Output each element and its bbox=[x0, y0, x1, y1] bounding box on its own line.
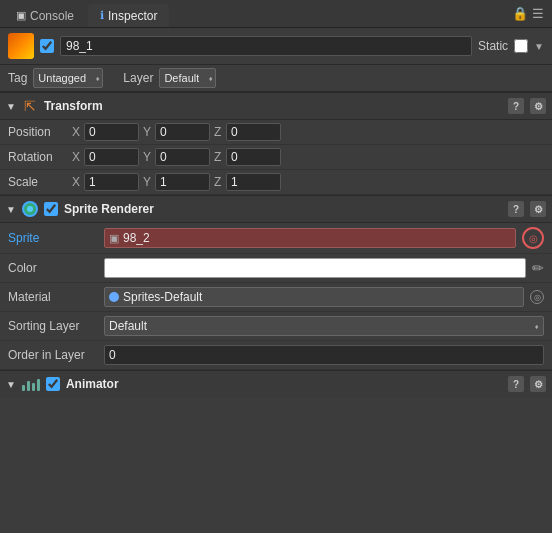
sorting-layer-row: Sorting Layer Default bbox=[0, 312, 552, 341]
transform-toggle-icon: ▼ bbox=[6, 101, 16, 112]
color-row: Color ✏ bbox=[0, 254, 552, 283]
static-dropdown-arrow[interactable]: ▼ bbox=[534, 41, 544, 52]
position-z-input[interactable] bbox=[226, 123, 281, 141]
scale-y-letter: Y bbox=[143, 175, 153, 189]
position-y-field: Y bbox=[143, 123, 210, 141]
transform-section: Position X Y Z Rotation bbox=[0, 120, 552, 195]
transform-help-button[interactable]: ? bbox=[508, 98, 524, 114]
object-name-input[interactable] bbox=[60, 36, 472, 56]
static-checkbox[interactable] bbox=[514, 39, 528, 53]
position-xyz-group: X Y Z bbox=[72, 123, 544, 141]
order-label: Order in Layer bbox=[8, 348, 98, 362]
tag-dropdown-wrapper: Untagged bbox=[33, 68, 103, 88]
animator-gear-button[interactable]: ⚙ bbox=[530, 376, 546, 392]
rotation-label: Rotation bbox=[8, 150, 68, 164]
material-dot-icon bbox=[109, 292, 119, 302]
sprite-preview-icon: ▣ bbox=[109, 232, 119, 245]
animator-icon bbox=[22, 377, 40, 391]
rotation-z-letter: Z bbox=[214, 150, 224, 164]
transform-scale-row: Scale X Y Z bbox=[0, 170, 552, 195]
scale-x-field: X bbox=[72, 173, 139, 191]
tag-label: Tag bbox=[8, 71, 27, 85]
animator-toggle-icon: ▼ bbox=[6, 379, 16, 390]
material-label: Material bbox=[8, 290, 98, 304]
sprite-renderer-gear-button[interactable]: ⚙ bbox=[530, 201, 546, 217]
rotation-y-input[interactable] bbox=[155, 148, 210, 166]
scale-z-field: Z bbox=[214, 173, 281, 191]
transform-gear-button[interactable]: ⚙ bbox=[530, 98, 546, 114]
transform-section-header[interactable]: ▼ ⇱ Transform ? ⚙ bbox=[0, 92, 552, 120]
rotation-z-input[interactable] bbox=[226, 148, 281, 166]
position-y-letter: Y bbox=[143, 125, 153, 139]
scale-xyz-group: X Y Z bbox=[72, 173, 544, 191]
scale-x-letter: X bbox=[72, 175, 82, 189]
svg-point-1 bbox=[27, 206, 33, 212]
sprite-renderer-checkbox[interactable] bbox=[44, 202, 58, 216]
layer-select[interactable]: Default bbox=[159, 68, 216, 88]
transform-rotation-row: Rotation X Y Z bbox=[0, 145, 552, 170]
sprite-renderer-title: Sprite Renderer bbox=[64, 202, 502, 216]
sprite-value-text: 98_2 bbox=[123, 231, 150, 245]
sprite-renderer-section: Sprite ▣ 98_2 ◎ Color ✏ Material Sprites… bbox=[0, 223, 552, 370]
transform-position-row: Position X Y Z bbox=[0, 120, 552, 145]
order-value-input[interactable] bbox=[104, 345, 544, 365]
console-icon: ▣ bbox=[16, 9, 26, 22]
active-checkbox[interactable] bbox=[40, 39, 54, 53]
color-swatch[interactable] bbox=[104, 258, 526, 278]
scale-x-input[interactable] bbox=[84, 173, 139, 191]
tab-inspector[interactable]: ℹ Inspector bbox=[88, 4, 169, 27]
scale-y-input[interactable] bbox=[155, 173, 210, 191]
menu-icon[interactable]: ☰ bbox=[532, 6, 544, 21]
position-y-input[interactable] bbox=[155, 123, 210, 141]
sprite-renderer-toggle-icon: ▼ bbox=[6, 204, 16, 215]
sprite-label: Sprite bbox=[8, 231, 98, 245]
tab-console-label: Console bbox=[30, 9, 74, 23]
position-x-input[interactable] bbox=[84, 123, 139, 141]
position-x-field: X bbox=[72, 123, 139, 141]
sprite-row: Sprite ▣ 98_2 ◎ bbox=[0, 223, 552, 254]
tag-select[interactable]: Untagged bbox=[33, 68, 103, 88]
layer-label: Layer bbox=[123, 71, 153, 85]
scale-y-field: Y bbox=[143, 173, 210, 191]
tab-bar-right: 🔒 ☰ bbox=[512, 0, 548, 27]
inspector-window: ▣ Console ℹ Inspector 🔒 ☰ Static ▼ Tag U… bbox=[0, 0, 552, 533]
lock-icon[interactable]: 🔒 bbox=[512, 6, 528, 21]
scale-z-input[interactable] bbox=[226, 173, 281, 191]
position-z-letter: Z bbox=[214, 125, 224, 139]
material-row: Material Sprites-Default ◎ bbox=[0, 283, 552, 312]
tag-layer-row: Tag Untagged Layer Default bbox=[0, 65, 552, 92]
rotation-x-letter: X bbox=[72, 150, 82, 164]
transform-icon: ⇱ bbox=[22, 98, 38, 114]
layer-dropdown-wrapper: Default bbox=[159, 68, 216, 88]
sorting-layer-select[interactable]: Default bbox=[104, 316, 544, 336]
tab-bar: ▣ Console ℹ Inspector 🔒 ☰ bbox=[0, 0, 552, 28]
material-picker-button[interactable]: ◎ bbox=[530, 290, 544, 304]
sprite-renderer-help-button[interactable]: ? bbox=[508, 201, 524, 217]
animator-section-header[interactable]: ▼ Animator ? ⚙ bbox=[0, 370, 552, 397]
tab-console[interactable]: ▣ Console bbox=[4, 4, 86, 27]
sprite-renderer-section-header[interactable]: ▼ Sprite Renderer ? ⚙ bbox=[0, 195, 552, 223]
sprite-renderer-icon bbox=[22, 201, 38, 217]
rotation-y-field: Y bbox=[143, 148, 210, 166]
rotation-x-input[interactable] bbox=[84, 148, 139, 166]
material-text: Sprites-Default bbox=[123, 290, 202, 304]
animator-help-button[interactable]: ? bbox=[508, 376, 524, 392]
anim-bar-1 bbox=[22, 385, 25, 391]
scale-z-letter: Z bbox=[214, 175, 224, 189]
rotation-x-field: X bbox=[72, 148, 139, 166]
sorting-layer-label: Sorting Layer bbox=[8, 319, 98, 333]
rotation-z-field: Z bbox=[214, 148, 281, 166]
circle-dot-icon: ◎ bbox=[529, 233, 538, 244]
anim-bar-4 bbox=[37, 379, 40, 391]
rotation-y-letter: Y bbox=[143, 150, 153, 164]
position-label: Position bbox=[8, 125, 68, 139]
animator-bars-icon bbox=[22, 377, 40, 391]
transform-title: Transform bbox=[44, 99, 502, 113]
static-label: Static bbox=[478, 39, 508, 53]
scale-label: Scale bbox=[8, 175, 68, 189]
animator-checkbox[interactable] bbox=[46, 377, 60, 391]
pencil-icon[interactable]: ✏ bbox=[532, 260, 544, 276]
sprite-picker-button[interactable]: ◎ bbox=[522, 227, 544, 249]
sorting-layer-dropdown: Default bbox=[104, 316, 544, 336]
rotation-xyz-group: X Y Z bbox=[72, 148, 544, 166]
